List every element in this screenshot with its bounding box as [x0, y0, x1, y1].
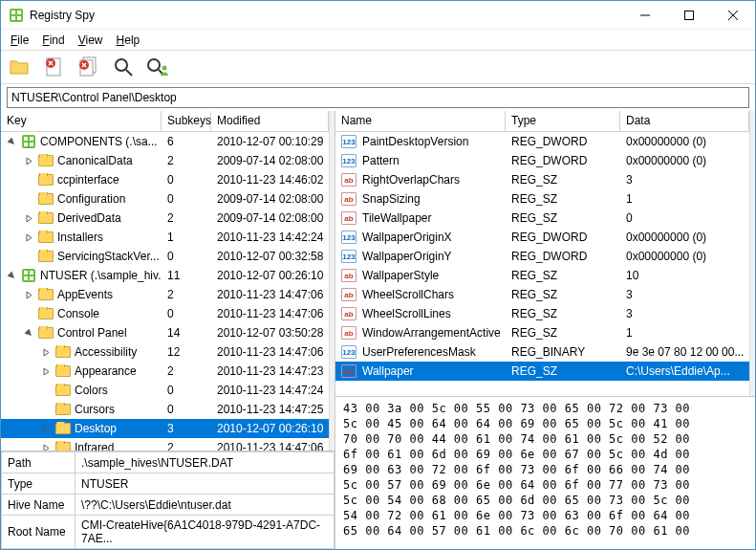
close-hive-button[interactable] — [41, 54, 68, 80]
tree-expander[interactable] — [24, 232, 34, 243]
tree-expander[interactable] — [41, 424, 52, 434]
tree-row[interactable]: Cursors02010-11-23 14:47:25 — [1, 400, 329, 419]
tree-header: Key Subkeys Modified — [1, 111, 329, 132]
svg-rect-32 — [30, 276, 33, 280]
tree-expander[interactable] — [7, 271, 17, 281]
tree-key-name: Accessibility — [75, 345, 137, 359]
address-bar[interactable]: NTUSER\Control Panel\Desktop — [7, 87, 749, 108]
tree-body[interactable]: COMPONENTS (.\sa...62010-12-07 00:10:29C… — [1, 132, 329, 451]
tree-scrollbar[interactable] — [329, 111, 335, 451]
tree-row[interactable]: Infrared22010-11-23 14:47:06 — [1, 438, 329, 451]
value-data: 3 — [620, 173, 749, 187]
value-name: WheelScrollLines — [362, 307, 451, 320]
value-row[interactable]: abWheelScrollCharsREG_SZ3 — [335, 285, 749, 304]
tree-modified: 2010-12-07 00:32:58 — [211, 250, 329, 263]
tree-expander[interactable] — [41, 443, 52, 451]
maximize-button[interactable] — [667, 1, 711, 30]
detail-root-value: CMI-CreateHive{6A1C4018-979D-4291-A7DC-7… — [76, 516, 335, 549]
value-row[interactable]: abSnapSizingREG_SZ1 — [335, 189, 749, 209]
value-row[interactable]: 123PaintDesktopVersionREG_DWORD0x0000000… — [335, 132, 749, 151]
tree-row[interactable]: ServicingStackVer...02010-12-07 00:32:58 — [1, 247, 329, 266]
folder-icon — [55, 346, 71, 358]
tree-expander[interactable] — [7, 137, 17, 147]
folder-icon — [38, 155, 54, 166]
tree-header-modified[interactable]: Modified — [211, 111, 329, 131]
value-row[interactable]: abWallpaperStyleREG_SZ10 — [335, 266, 749, 285]
value-type-icon: ab — [341, 192, 356, 206]
tree-header-subkeys[interactable]: Subkeys — [162, 111, 211, 131]
value-row[interactable]: abWheelScrollLinesREG_SZ3 — [335, 304, 749, 323]
value-type-icon: 123 — [341, 154, 356, 167]
search-icon — [113, 56, 134, 77]
values-header-data[interactable]: Data — [620, 111, 749, 131]
tree-row[interactable]: DerivedData22009-07-14 02:08:00 — [1, 209, 329, 228]
tree-row[interactable]: ccpinterface02010-11-23 14:46:02 — [1, 170, 329, 189]
menubar: File Find View Help — [1, 30, 755, 50]
value-type-icon: ab — [341, 211, 356, 225]
tree-subkeys: 2 — [162, 364, 211, 378]
open-button[interactable] — [7, 54, 33, 80]
value-row[interactable]: abWallpaperREG_SZC:\Users\Eddie\Ap... — [335, 362, 749, 381]
value-data: 0x00000000 (0) — [620, 154, 749, 167]
svg-rect-3 — [11, 16, 15, 20]
tree-row[interactable]: Appearance22010-11-23 14:47:23 — [1, 362, 329, 381]
tree-row[interactable]: Desktop32010-12-07 00:26:10 — [1, 419, 329, 438]
tree-row[interactable]: Installers12010-11-23 14:42:24 — [1, 228, 329, 247]
close-button[interactable] — [711, 1, 755, 30]
value-row[interactable]: 123UserPreferencesMaskREG_BINARY9e 3e 07… — [335, 342, 749, 362]
detail-path-label: Path — [2, 452, 76, 473]
tree-expander[interactable] — [24, 290, 34, 300]
values-header-name[interactable]: Name — [335, 111, 506, 131]
tree-row[interactable]: COMPONENTS (.\sa...62010-12-07 00:10:29 — [1, 132, 329, 151]
values-body[interactable]: 123PaintDesktopVersionREG_DWORD0x0000000… — [335, 132, 749, 396]
tree-row[interactable]: AppEvents22010-11-23 14:47:06 — [1, 285, 329, 304]
value-data: 3 — [620, 288, 749, 301]
menu-find[interactable]: Find — [36, 32, 70, 49]
close-all-button[interactable] — [76, 54, 102, 80]
detail-hive-label: Hive Name — [2, 495, 76, 516]
menu-file[interactable]: File — [5, 32, 34, 49]
tree-key-name: Appearance — [75, 364, 137, 378]
tree-row[interactable]: Configuration02009-07-14 02:08:00 — [1, 189, 329, 209]
tree-row[interactable]: Accessibility122010-11-23 14:47:06 — [1, 342, 329, 362]
folder-icon — [55, 404, 71, 415]
tree-row[interactable]: Console02010-11-23 14:47:06 — [1, 304, 329, 323]
tree-subkeys: 12 — [162, 345, 211, 359]
tree-expander[interactable] — [24, 156, 34, 166]
hex-viewer[interactable]: 43 00 3a 00 5c 00 55 00 73 00 65 00 72 0… — [335, 396, 756, 549]
tree-row[interactable]: Colors02010-11-23 14:47:24 — [1, 381, 329, 400]
menu-help[interactable]: Help — [111, 32, 146, 49]
search-button[interactable] — [110, 54, 137, 80]
menu-find-label: ind — [50, 33, 65, 47]
tree-modified: 2010-11-23 14:46:02 — [211, 173, 329, 187]
value-row[interactable]: 123WallpaperOriginXREG_DWORD0x00000000 (… — [335, 228, 749, 247]
values-scrollbar[interactable] — [749, 111, 756, 396]
tree-expander[interactable] — [24, 213, 34, 224]
detail-root-label: Root Name — [2, 516, 76, 549]
value-row[interactable]: abWindowArrangementActiveREG_SZ1 — [335, 323, 749, 342]
tree-expander[interactable] — [41, 347, 52, 358]
value-name: Pattern — [362, 154, 400, 167]
value-row[interactable]: 123WallpaperOriginYREG_DWORD0x00000000 (… — [335, 247, 749, 266]
menu-view[interactable]: View — [73, 32, 109, 49]
value-type: REG_BINARY — [506, 345, 620, 359]
value-type-icon: ab — [341, 326, 356, 340]
tree-key-name: AppEvents — [57, 288, 113, 301]
tree-row[interactable]: NTUSER (.\sample_hiv...112010-12-07 00:2… — [1, 266, 329, 285]
value-row[interactable]: abTileWallpaperREG_SZ0 — [335, 209, 749, 228]
folder-icon — [55, 423, 71, 434]
value-row[interactable]: 123PatternREG_DWORD0x00000000 (0) — [335, 151, 749, 170]
value-row[interactable]: abRightOverlapCharsREG_SZ3 — [335, 170, 749, 189]
tree-row[interactable]: CanonicalData22009-07-14 02:08:00 — [1, 151, 329, 170]
values-header-type[interactable]: Type — [506, 111, 620, 131]
value-type: REG_SZ — [506, 192, 620, 206]
tree-header-key[interactable]: Key — [1, 111, 162, 131]
tree-expander[interactable] — [24, 328, 34, 339]
tree-expander[interactable] — [41, 366, 52, 377]
search-user-button[interactable] — [144, 54, 171, 80]
value-type-icon: ab — [341, 269, 356, 282]
tree-row[interactable]: Control Panel142010-12-07 03:50:28 — [1, 323, 329, 342]
minimize-button[interactable] — [623, 1, 667, 30]
value-name: Wallpaper — [362, 364, 414, 378]
files-close-icon — [78, 56, 99, 77]
